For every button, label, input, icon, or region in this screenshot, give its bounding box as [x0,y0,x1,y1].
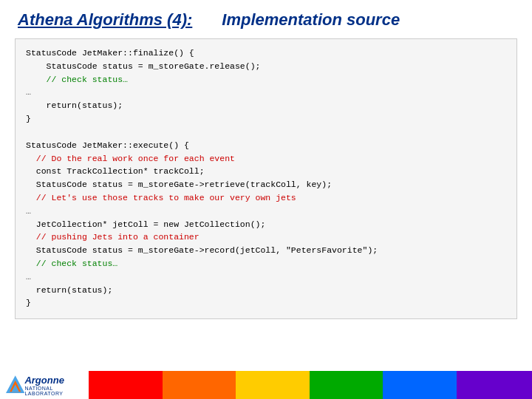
bottom-bar: Argonne NATIONAL LABORATORY [0,371,532,399]
code-line: // Let's use those tracks to make our ve… [26,191,506,205]
logo-tagline: NATIONAL LABORATORY [24,386,83,396]
code-line: StatusCode status = m_storeGate->record(… [26,244,506,257]
logo-name: Argonne [24,375,64,386]
header: Athena Algorithms (4): Implementation so… [0,0,532,35]
code-line: … [26,205,506,218]
color-strip [89,371,532,399]
code-line: // Do the real work once for each event [26,152,506,166]
code-line: } [26,296,506,310]
argonne-triangle-icon [6,374,24,396]
code-block: StatusCode JetMaker::finalize() { Status… [15,38,517,319]
page-title: Athena Algorithms (4): [18,10,192,30]
code-line: StatusCode JetMaker::finalize() { [26,47,506,60]
code-line: } [26,112,506,126]
slide: Athena Algorithms (4): Implementation so… [0,0,532,399]
argonne-logo: Argonne NATIONAL LABORATORY [0,371,89,399]
code-line: return(status); [26,284,506,297]
code-line: StatusCode JetMaker::execute() { [26,139,506,152]
code-line: // check status… [26,257,506,270]
code-line: StatusCode status = m_storeGate->retriev… [26,178,506,191]
code-line: JetCollection* jetColl = new JetCollecti… [26,218,506,231]
code-line: // pushing Jets into a container [26,231,506,244]
code-line: // check status… [26,73,506,86]
code-line: … [26,86,506,99]
page-subtitle: Implementation source [222,10,400,30]
code-line: const TrackCollection* trackColl; [26,165,506,178]
code-line [26,126,506,139]
code-line: return(status); [26,99,506,112]
code-line: … [26,270,506,284]
code-line: StatusCode status = m_storeGate.release(… [26,60,506,73]
